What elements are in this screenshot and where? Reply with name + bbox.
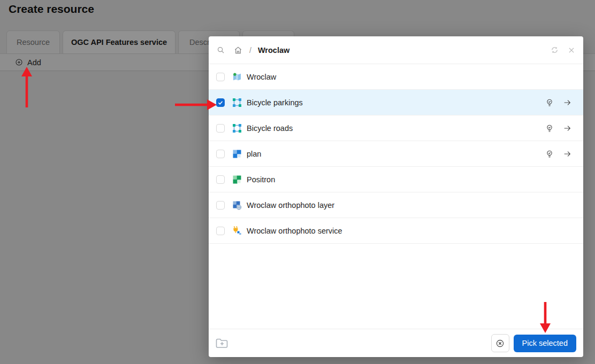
basemap-green-icon	[232, 175, 242, 184]
webmap-icon	[232, 72, 242, 82]
resource-name: Wroclaw orthophoto layer	[247, 201, 576, 210]
row-checkbox[interactable]	[216, 175, 225, 184]
breadcrumb-separator: /	[249, 46, 251, 55]
modal-footer: Pick selected	[209, 329, 583, 357]
preview-badge-icon[interactable]	[545, 98, 554, 107]
pick-selected-button[interactable]: Pick selected	[514, 335, 576, 352]
resource-list: Wroclaw Bicycle parkings	[209, 64, 583, 329]
clear-selection-button[interactable]	[491, 334, 509, 352]
resource-row-bicycle-parkings[interactable]: Bicycle parkings	[209, 90, 583, 115]
resource-row-positron[interactable]: Positron	[209, 167, 583, 192]
row-checkbox[interactable]	[216, 227, 225, 235]
sync-icon[interactable]	[551, 46, 559, 54]
resource-row-orthophoto-service[interactable]: Wroclaw orthophoto service	[209, 218, 583, 244]
row-checkbox[interactable]	[216, 124, 225, 133]
resource-picker-modal: / Wroclaw	[209, 36, 583, 357]
breadcrumb-current[interactable]: Wroclaw	[258, 46, 289, 55]
annotation-arrow-right-checkbox	[175, 97, 217, 114]
screen: Create resource Resource OGC API Feature…	[0, 0, 595, 364]
resource-name: Wroclaw	[247, 73, 576, 81]
search-icon[interactable]	[217, 46, 225, 54]
row-checkbox[interactable]	[216, 150, 225, 158]
resource-row-wroclaw[interactable]: Wroclaw	[209, 64, 583, 90]
resource-name: Bicycle parkings	[247, 98, 545, 107]
preview-badge-icon[interactable]	[545, 124, 554, 133]
folder-add-icon[interactable]	[216, 338, 228, 348]
resource-name: Positron	[247, 175, 576, 184]
resource-name: plan	[247, 150, 545, 158]
vector-layer-icon	[232, 123, 242, 133]
bicycle-parkings-checkbox[interactable]	[216, 98, 225, 107]
vector-layer-icon	[232, 98, 242, 107]
raster-layer-icon	[232, 200, 242, 210]
modal-header: / Wroclaw	[209, 36, 583, 64]
resource-name: Wroclaw orthophoto service	[247, 227, 576, 235]
row-checkbox[interactable]	[216, 73, 225, 81]
row-checkbox[interactable]	[216, 201, 225, 210]
close-icon[interactable]	[568, 47, 575, 54]
resource-row-orthophoto-layer[interactable]: Wroclaw orthophoto layer	[209, 192, 583, 218]
resource-row-bicycle-roads[interactable]: Bicycle roads	[209, 115, 583, 141]
home-icon[interactable]	[234, 46, 242, 55]
open-arrow-icon[interactable]	[563, 98, 571, 107]
resource-row-plan[interactable]: plan	[209, 141, 583, 167]
preview-badge-icon[interactable]	[545, 150, 554, 158]
open-arrow-icon[interactable]	[563, 124, 571, 133]
annotation-arrow-down-pick	[538, 302, 553, 335]
wms-service-icon	[232, 226, 242, 236]
open-arrow-icon[interactable]	[563, 150, 571, 158]
circle-x-icon	[495, 339, 505, 348]
resource-name: Bicycle roads	[247, 124, 545, 133]
basemap-blue-icon	[232, 149, 242, 159]
annotation-arrow-up-add	[19, 67, 34, 110]
